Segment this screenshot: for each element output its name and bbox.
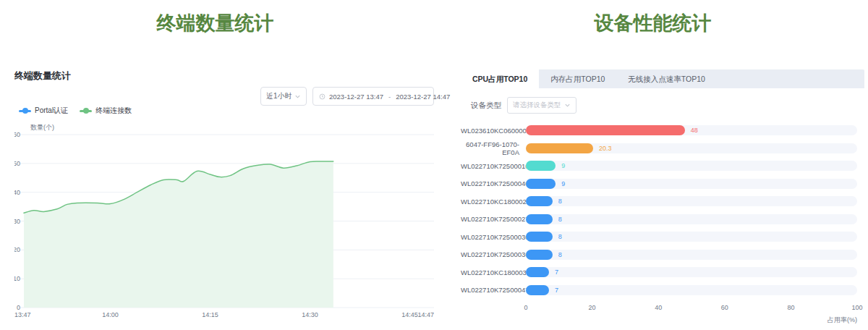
bar-track <box>526 250 857 260</box>
bar-row: WL022710KC180003727 <box>461 263 864 282</box>
bar-row: WL022710K7250002728 <box>461 211 864 229</box>
bar-fill <box>526 161 556 171</box>
x-tick-label: 14:45 <box>401 311 418 318</box>
date-range-separator: - <box>387 93 392 101</box>
bar-value-label: 8 <box>558 214 562 224</box>
bar-row: WL022710K7250003078 <box>461 228 864 246</box>
bar-rows: WL023610KC06000043486047-FF96-1070-EF0A2… <box>461 122 864 299</box>
bar-x-tick-label: 60 <box>721 304 728 311</box>
bar-track <box>526 267 857 277</box>
y-tick-label: 30 <box>14 218 20 225</box>
axis-spacer <box>461 304 526 313</box>
bar-track <box>526 285 857 295</box>
bar-area: 9 <box>526 179 857 189</box>
bar-x-tick-label: 80 <box>787 304 794 311</box>
bar-row: WL022710K7250003698 <box>461 246 864 264</box>
tab-bar: CPU占用TOP10内存占用TOP10无线接入点速率TOP10 <box>461 69 864 88</box>
dashboard: 终端数量统计 设备性能统计 终端数量统计 近1小时 2023-12-27 13:… <box>0 0 868 330</box>
bar-row: WL023610KC0600004348 <box>461 122 864 140</box>
device-type-placeholder: 请选择设备类型 <box>513 101 561 110</box>
legend-item[interactable]: Portal认证 <box>19 106 68 116</box>
device-type-select[interactable]: 请选择设备类型 <box>507 97 576 114</box>
bar-x-axis: 020406080100 <box>461 304 864 313</box>
y-tick-label: 0 <box>17 304 20 311</box>
bar-track <box>526 232 857 242</box>
panel-title: 终端数量统计 <box>14 69 434 82</box>
x-tick-label: 14:15 <box>202 311 218 318</box>
area-fill <box>24 161 333 308</box>
x-tick-label: 13:47 <box>14 311 31 318</box>
time-range-select[interactable]: 近1小时 <box>260 87 307 106</box>
legend-item-label: Portal认证 <box>35 106 68 116</box>
bar-value-label: 9 <box>561 161 565 171</box>
bar-fill <box>526 125 685 135</box>
tab-item[interactable]: 无线接入点速率TOP10 <box>616 69 717 88</box>
clock-icon <box>319 93 326 100</box>
terminal-count-panel: 终端数量统计 近1小时 2023-12-27 13:47 - 2023-12-2… <box>14 69 434 323</box>
device-performance-panel: CPU占用TOP10内存占用TOP10无线接入点速率TOP10 设备类型 请选择… <box>461 69 864 327</box>
bar-value-label: 20.3 <box>599 143 612 153</box>
bar-area: 20.3 <box>526 143 857 153</box>
bar-fill <box>526 196 553 206</box>
bar-x-tick-label: 40 <box>655 304 662 311</box>
legend-marker-icon <box>19 110 31 112</box>
bar-category-label: WL022710K725000102 <box>461 162 526 170</box>
legend-dot-icon <box>83 108 89 114</box>
bar-fill <box>526 267 549 277</box>
legend-dot-icon <box>22 108 28 114</box>
bar-area: 8 <box>526 250 857 260</box>
left-section-title: 终端数量统计 <box>0 9 430 38</box>
bar-x-axis-label: 占用率(%) <box>461 316 864 325</box>
y-tick-label: 20 <box>14 246 20 253</box>
date-range-picker[interactable]: 2023-12-27 13:47 - 2023-12-27 14:47 <box>312 87 434 106</box>
x-tick-label: 14:47 <box>417 311 434 318</box>
bar-x-ticks: 020406080100 <box>526 304 857 313</box>
bar-track <box>526 214 857 224</box>
bar-category-label: WL022710K725000369 <box>461 250 526 258</box>
tab-item[interactable]: 内存占用TOP10 <box>539 69 616 88</box>
bar-area: 48 <box>526 125 857 135</box>
line-chart: 010203040506013:4714:0014:1514:3014:4514… <box>14 132 434 323</box>
device-type-row: 设备类型 请选择设备类型 <box>471 97 576 114</box>
bar-fill <box>526 232 553 242</box>
bar-category-label: WL023610KC06000043 <box>461 127 526 135</box>
bar-row: WL022710K7250004707 <box>461 282 864 300</box>
bar-track <box>526 196 857 206</box>
x-tick-label: 14:30 <box>302 311 318 318</box>
date-range-end: 2023-12-27 14:47 <box>396 93 450 101</box>
bar-value-label: 48 <box>691 125 698 135</box>
bar-area: 7 <box>526 267 857 277</box>
bar-track <box>526 161 857 171</box>
y-tick-label: 60 <box>14 132 20 138</box>
bar-fill <box>526 250 553 260</box>
bar-fill <box>526 179 556 189</box>
bar-category-label: WL022710KC18000280 <box>461 198 526 206</box>
bar-area: 8 <box>526 196 857 206</box>
bar-value-label: 8 <box>558 232 562 242</box>
bar-value-label: 9 <box>561 179 565 189</box>
bar-area: 9 <box>526 161 857 171</box>
legend-marker-icon <box>80 110 92 112</box>
y-tick-label: 10 <box>14 275 20 282</box>
bar-x-tick-label: 100 <box>851 304 862 311</box>
bar-category-label: WL022710K725000409 <box>461 179 526 187</box>
tab-item[interactable]: CPU占用TOP10 <box>461 69 539 88</box>
right-section-title: 设备性能统计 <box>438 9 868 38</box>
y-tick-label: 50 <box>14 160 20 167</box>
legend-item-label: 终端连接数 <box>95 106 132 116</box>
legend: Portal认证终端连接数 <box>19 106 132 116</box>
bar-category-label: WL022710KC18000372 <box>461 268 526 276</box>
bar-value-label: 7 <box>555 267 558 277</box>
date-range-start: 2023-12-27 13:47 <box>329 93 383 101</box>
legend-item[interactable]: 终端连接数 <box>80 106 132 116</box>
bar-fill <box>526 285 549 295</box>
bar-area: 7 <box>526 285 857 295</box>
chart-controls: 近1小时 2023-12-27 13:47 - 2023-12-27 14:47 <box>260 87 434 106</box>
bar-value-label: 7 <box>555 285 558 295</box>
line-chart-svg: 010203040506013:4714:0014:1514:3014:4514… <box>14 132 434 323</box>
bar-row: 6047-FF96-1070-EF0A20.3 <box>461 140 864 158</box>
bar-category-label: WL022710K725000272 <box>461 215 526 223</box>
x-tick-label: 14:00 <box>102 311 119 318</box>
bar-category-label: WL022710K725000307 <box>461 233 526 241</box>
bar-fill <box>526 214 553 224</box>
